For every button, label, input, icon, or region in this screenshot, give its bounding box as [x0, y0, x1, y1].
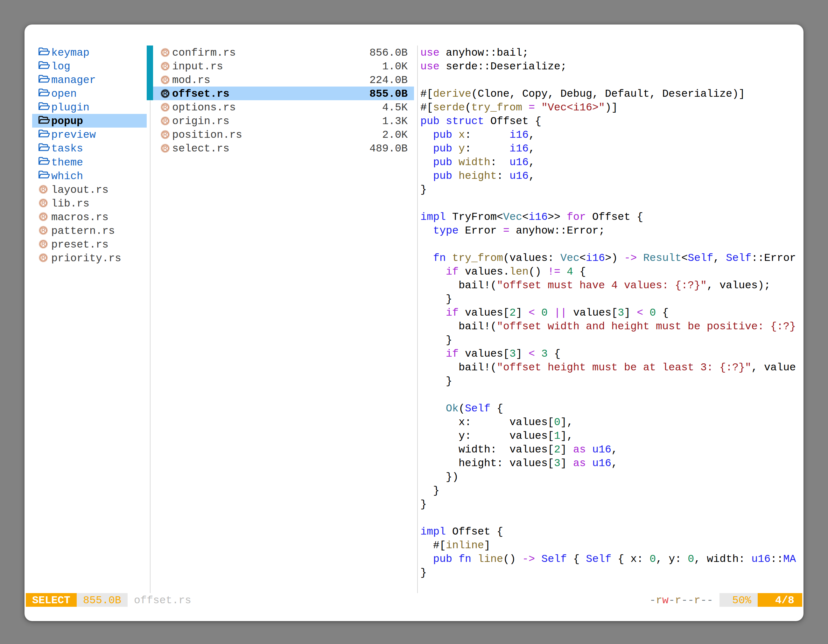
svg-text:R: R — [41, 241, 45, 247]
svg-text:R: R — [163, 90, 168, 97]
svg-text:R: R — [163, 118, 168, 124]
svg-text:R: R — [163, 104, 168, 110]
svg-text:R: R — [41, 200, 45, 206]
svg-text:R: R — [163, 77, 168, 83]
svg-text:R: R — [41, 186, 45, 193]
svg-text:R: R — [41, 227, 45, 233]
svg-text:R: R — [163, 132, 168, 138]
svg-text:R: R — [41, 213, 45, 220]
svg-text:R: R — [163, 49, 168, 56]
svg-text:R: R — [41, 255, 45, 261]
svg-text:R: R — [163, 145, 168, 152]
svg-text:R: R — [163, 63, 168, 69]
